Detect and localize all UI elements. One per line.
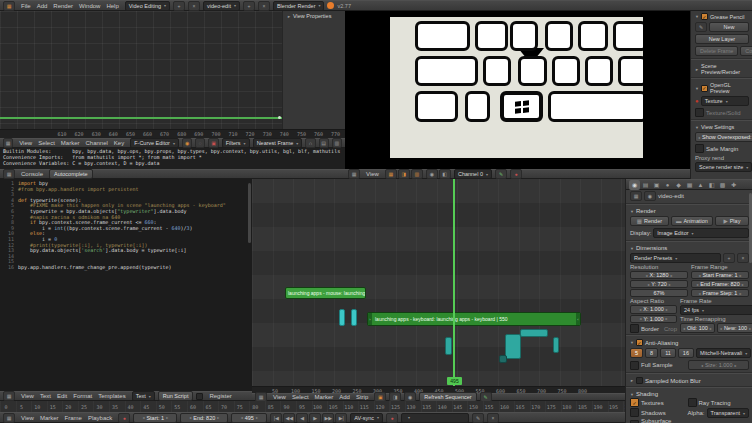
text-menu-0[interactable]: View <box>18 393 37 399</box>
timeline-menu-2[interactable]: Frame <box>62 415 85 421</box>
keyframe-insert-icon[interactable]: ✎ <box>472 413 484 423</box>
render-button[interactable]: ▦Render <box>630 216 669 226</box>
aa-samples-16-button[interactable]: 16 <box>678 348 694 358</box>
transport-button-0[interactable]: |◀ <box>270 413 282 423</box>
fcurve-keyframe-point[interactable] <box>278 116 281 119</box>
autocomplete-button[interactable]: Autocomplete <box>49 169 93 179</box>
info-menu-1[interactable]: Add <box>34 3 51 9</box>
preview-mode-icon-1[interactable]: ◨ <box>398 169 410 179</box>
transport-button-3[interactable]: ▶ <box>309 413 321 423</box>
opengl-preview-panel-header[interactable]: OpenGL Preview <box>691 80 752 95</box>
anti-aliasing-checkbox[interactable] <box>636 339 643 346</box>
gp-draw-icon[interactable]: ✎ <box>695 22 707 32</box>
playhead-frame-badge[interactable]: 495 <box>447 377 462 385</box>
preview-mode-icon-0[interactable]: ▦ <box>385 169 397 179</box>
aa-size-slider[interactable]: Size: 1.000 <box>688 360 749 370</box>
ray-tracing-checkbox[interactable] <box>688 398 697 407</box>
gp-new-button[interactable]: New <box>709 22 749 32</box>
sequencer-region[interactable]: launching apps - mouse: launching apps -… <box>252 179 625 386</box>
preview-mode-icon-2[interactable]: ▥ <box>411 169 423 179</box>
properties-tab-0[interactable]: ◉ <box>629 180 640 190</box>
info-editor-type-icon[interactable]: ▦ <box>3 1 15 11</box>
strip-teal-1[interactable] <box>445 337 452 355</box>
playhead-line[interactable] <box>453 179 455 386</box>
scene-delete-icon[interactable]: × <box>258 1 270 11</box>
info-menu-4[interactable]: Help <box>103 3 121 9</box>
sync-mode-select[interactable]: AV-sync <box>350 413 383 423</box>
gp-new-layer-button[interactable]: New Layer <box>695 34 749 44</box>
graph-editor-type-icon[interactable]: ▦ <box>3 138 13 148</box>
strip-teal-notch[interactable] <box>499 355 507 363</box>
text-menu-4[interactable]: Templates <box>95 393 128 399</box>
remap-new-field[interactable]: New: 100 <box>717 323 752 333</box>
frame-rate-select[interactable]: 24 fps <box>680 305 752 315</box>
graph-menu-3[interactable]: Channel <box>82 140 110 146</box>
anti-aliasing-panel-header[interactable]: Anti-Aliasing <box>626 337 752 347</box>
graph-filters-dropdown[interactable]: Filters <box>222 138 250 148</box>
fcurve-line[interactable] <box>0 117 283 119</box>
text-editor-region[interactable]: 1import bpy2#from bpy.app.handlers impor… <box>0 179 252 391</box>
gp-delete-frame-button[interactable]: Delete Frame <box>695 46 738 56</box>
properties-tab-1[interactable]: ▤ <box>640 180 651 190</box>
transport-button-1[interactable]: ◀◀ <box>283 413 295 423</box>
opengl-preview-checkbox[interactable] <box>701 85 708 92</box>
text-menu-3[interactable]: Format <box>70 393 95 399</box>
properties-tab-9[interactable]: ✚ <box>728 180 739 190</box>
aa-samples-5-button[interactable]: 5 <box>630 348 643 358</box>
copy-keys-icon[interactable]: ▤ <box>319 138 329 148</box>
python-console-region[interactable]: Builtin Modules: bpy, bpy.data, bpy.ops,… <box>0 148 345 169</box>
screen-delete-icon[interactable]: × <box>188 1 200 11</box>
render-engine-select[interactable]: Blender Render <box>273 1 325 11</box>
screen-layout-select[interactable]: Video Editing <box>125 1 170 11</box>
aspect-y-field[interactable]: Y: 1.000 <box>630 315 677 324</box>
preview-clip-icon[interactable]: ● <box>510 169 522 179</box>
auto-snap-select[interactable]: Nearest Frame <box>253 138 303 148</box>
text-editor-type-icon[interactable]: ▦ <box>3 391 15 401</box>
dimensions-panel-header[interactable]: Dimensions <box>626 243 752 252</box>
hide-icon[interactable]: ◌ <box>195 138 205 148</box>
show-overexposed-slider[interactable]: Show Overexposed: 0 <box>695 132 752 142</box>
timeline-region[interactable]: 0510152025303540455055606570758085909510… <box>0 401 625 412</box>
errors-filter-icon[interactable]: ▣ <box>208 138 218 148</box>
keyframe-delete-icon[interactable]: × <box>487 413 499 423</box>
aa-samples-11-button[interactable]: 11 <box>660 348 676 358</box>
properties-tab-6[interactable]: ▲ <box>695 180 706 190</box>
alpha-mode-select[interactable]: Transparent <box>707 408 749 418</box>
aa-filter-select[interactable]: Mitchell-Netravali <box>696 348 751 358</box>
transport-button-5[interactable]: ▶| <box>335 413 347 423</box>
render-panel-header[interactable]: Render <box>626 206 752 215</box>
properties-tab-2[interactable]: ▣ <box>651 180 662 190</box>
shadows-checkbox[interactable] <box>630 408 639 417</box>
display-mode-select[interactable]: Image Editor <box>653 228 749 238</box>
transport-button-2[interactable]: ◀ <box>296 413 308 423</box>
paste-keys-icon[interactable]: ▥ <box>332 138 342 148</box>
text-menu-1[interactable]: Text <box>37 393 54 399</box>
strip-teal-2[interactable] <box>505 334 521 359</box>
preset-add-icon[interactable]: + <box>723 253 735 263</box>
sequencer-preview-region[interactable] <box>345 11 690 169</box>
textures-checkbox[interactable] <box>630 398 639 407</box>
preview-channel-select[interactable]: Channel 0 <box>454 169 492 179</box>
scene-add-icon[interactable]: + <box>243 1 255 11</box>
preset-remove-icon[interactable]: × <box>737 253 749 263</box>
strip-teal-3[interactable] <box>553 337 559 353</box>
properties-tab-7[interactable]: ◧ <box>706 180 717 190</box>
resolution-y-field[interactable]: Y: 720 <box>630 280 688 288</box>
shading-panel-header[interactable]: Shading <box>626 389 752 398</box>
view-settings-panel-header[interactable]: View Settings <box>691 122 752 131</box>
seq-menu-2[interactable]: Marker <box>312 394 337 400</box>
keying-set-select[interactable] <box>401 413 469 423</box>
resolution-percent-slider[interactable]: 67% <box>630 289 688 297</box>
grease-pencil-checkbox[interactable] <box>701 13 708 20</box>
seq-menu-4[interactable]: Strip <box>353 394 371 400</box>
resolution-x-field[interactable]: X: 1280 <box>630 271 688 279</box>
strip-teal-long[interactable] <box>520 329 548 337</box>
properties-tab-4[interactable]: ◆ <box>673 180 684 190</box>
graph-menu-0[interactable]: View <box>16 140 35 146</box>
text-datablock-select[interactable]: Text <box>132 391 155 401</box>
strip-keyboard[interactable]: › launching apps - keyboard: launching a… <box>367 312 581 326</box>
frame-step-field[interactable]: Frame Step: 1 <box>691 289 749 297</box>
view-properties-panel-header[interactable]: View Properties <box>283 11 345 20</box>
graph-menu-1[interactable]: Select <box>35 140 58 146</box>
remap-old-field[interactable]: Old: 100 <box>680 323 715 333</box>
